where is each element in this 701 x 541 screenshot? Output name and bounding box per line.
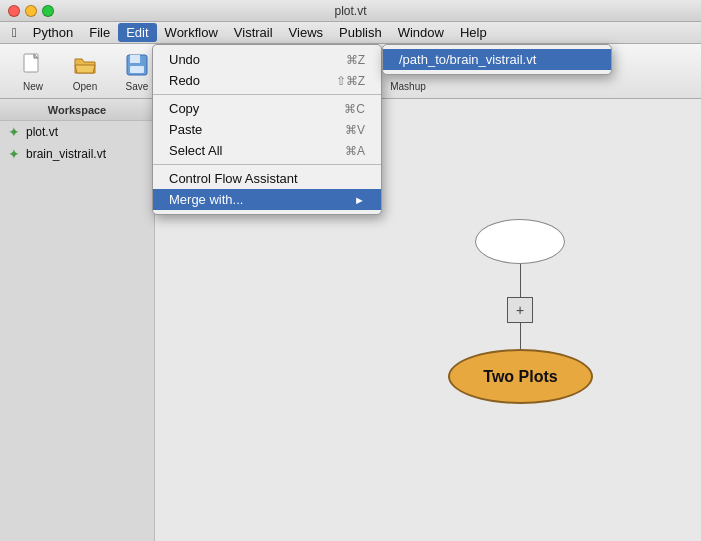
minimize-button[interactable]: [25, 5, 37, 17]
new-label: New: [23, 81, 43, 92]
menu-redo[interactable]: Redo ⇧⌘Z: [153, 70, 381, 91]
edit-dropdown-menu: Undo ⌘Z Redo ⇧⌘Z Copy ⌘C Paste ⌘V Select…: [152, 44, 382, 215]
save-label: Save: [126, 81, 149, 92]
menu-control-flow[interactable]: Control Flow Assistant: [153, 168, 381, 189]
menu-file[interactable]: File: [81, 23, 118, 42]
sidebar-item-plot[interactable]: ✦ plot.vt: [0, 121, 154, 143]
menu-python[interactable]: Python: [25, 23, 81, 42]
svg-rect-5: [130, 55, 140, 63]
new-icon: [19, 51, 47, 79]
mashup-label: Mashup: [390, 81, 426, 92]
redo-label: Redo: [169, 73, 200, 88]
sidebar-header: Workspace: [0, 99, 154, 121]
window-controls: [8, 5, 54, 17]
select-all-label: Select All: [169, 143, 222, 158]
save-icon: [123, 51, 151, 79]
merge-with-label: Merge with...: [169, 192, 243, 207]
menu-vistrail[interactable]: Vistrail: [226, 23, 281, 42]
node-two-plots[interactable]: Two Plots: [448, 349, 593, 404]
open-label: Open: [73, 81, 97, 92]
menu-paste[interactable]: Paste ⌘V: [153, 119, 381, 140]
file-icon-plot: ✦: [8, 124, 20, 140]
menu-copy[interactable]: Copy ⌘C: [153, 98, 381, 119]
path-label: /path_to/brain_vistrail.vt: [399, 52, 536, 67]
menu-undo[interactable]: Undo ⌘Z: [153, 49, 381, 70]
merge-with-submenu: /path_to/brain_vistrail.vt: [382, 44, 612, 75]
copy-label: Copy: [169, 101, 199, 116]
sidebar-item-label-brain: brain_vistrail.vt: [26, 147, 106, 161]
menu-separator-2: [153, 164, 381, 165]
sidebar-item-label-plot: plot.vt: [26, 125, 58, 139]
paste-label: Paste: [169, 122, 202, 137]
close-button[interactable]: [8, 5, 20, 17]
menu-merge-with[interactable]: Merge with... ►: [153, 189, 381, 210]
svg-rect-6: [130, 66, 144, 73]
menu-apple[interactable]: : [4, 23, 25, 42]
control-flow-label: Control Flow Assistant: [169, 171, 298, 186]
menu-workflow[interactable]: Workflow: [157, 23, 226, 42]
menu-separator-1: [153, 94, 381, 95]
open-button[interactable]: Open: [60, 47, 110, 95]
menu-select-all[interactable]: Select All ⌘A: [153, 140, 381, 161]
titlebar: plot.vt: [0, 0, 701, 22]
undo-label: Undo: [169, 52, 200, 67]
node-cross[interactable]: [507, 297, 533, 323]
menu-views[interactable]: Views: [281, 23, 331, 42]
paste-shortcut: ⌘V: [345, 123, 365, 137]
menu-publish[interactable]: Publish: [331, 23, 390, 42]
submenu-path-item[interactable]: /path_to/brain_vistrail.vt: [383, 49, 611, 70]
menu-window[interactable]: Window: [390, 23, 452, 42]
open-icon: [71, 51, 99, 79]
node-ellipse-top[interactable]: [475, 219, 565, 264]
file-icon-brain: ✦: [8, 146, 20, 162]
submenu-arrow-icon: ►: [354, 194, 365, 206]
copy-shortcut: ⌘C: [344, 102, 365, 116]
new-button[interactable]: New: [8, 47, 58, 95]
window-title: plot.vt: [334, 4, 366, 18]
two-plots-label: Two Plots: [483, 368, 557, 386]
menu-edit[interactable]: Edit: [118, 23, 156, 42]
sidebar: Workspace ✦ plot.vt ✦ brain_vistrail.vt: [0, 99, 155, 541]
select-all-shortcut: ⌘A: [345, 144, 365, 158]
sidebar-item-brain[interactable]: ✦ brain_vistrail.vt: [0, 143, 154, 165]
undo-shortcut: ⌘Z: [346, 53, 365, 67]
menu-help[interactable]: Help: [452, 23, 495, 42]
maximize-button[interactable]: [42, 5, 54, 17]
menubar:  Python File Edit Workflow Vistrail Vie…: [0, 22, 701, 44]
redo-shortcut: ⇧⌘Z: [336, 74, 365, 88]
